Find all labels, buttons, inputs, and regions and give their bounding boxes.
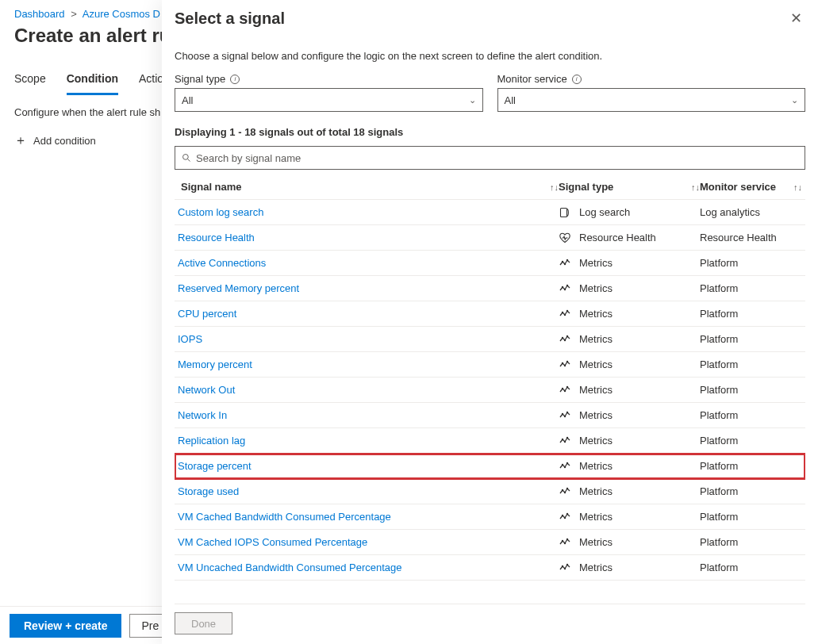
review-create-button[interactable]: Review + create: [10, 614, 121, 638]
signal-type-cell: Metrics: [559, 511, 700, 523]
signal-type-cell: Metrics: [559, 435, 700, 447]
search-box[interactable]: [175, 146, 805, 170]
monitor-service-label-text: Monitor service: [497, 73, 567, 85]
monitor-service-cell: Log analytics: [700, 206, 802, 218]
signal-name-link[interactable]: Active Connections: [178, 257, 266, 269]
table-row[interactable]: CPU percentMetricsPlatform: [175, 301, 805, 327]
close-icon[interactable]: ✕: [787, 10, 805, 27]
signal-name-link[interactable]: CPU percent: [178, 308, 236, 320]
tab-scope[interactable]: Scope: [14, 67, 46, 95]
signal-type-text: Metrics: [579, 485, 613, 497]
monitor-service-select[interactable]: All ⌄: [497, 88, 806, 112]
monitor-service-cell: Platform: [700, 460, 802, 472]
select-signal-panel: Select a signal ✕ Choose a signal below …: [162, 0, 818, 644]
signal-name-link[interactable]: IOPS: [178, 333, 202, 345]
col-monitor-service-label: Monitor service: [700, 181, 776, 193]
tab-actions[interactable]: Actio: [139, 67, 163, 95]
signal-name-link[interactable]: Memory percent: [178, 358, 252, 370]
info-icon[interactable]: i: [230, 75, 240, 84]
signal-type-cell: Metrics: [559, 562, 700, 574]
signal-name-link[interactable]: Network In: [178, 409, 227, 421]
table-row[interactable]: VM Uncached Bandwidth Consumed Percentag…: [175, 555, 805, 581]
search-input[interactable]: [196, 152, 798, 164]
metric-icon: [559, 409, 571, 422]
signal-type-text: Metrics: [579, 282, 613, 294]
signal-name-link[interactable]: Replication lag: [178, 435, 245, 447]
signal-type-cell: Metrics: [559, 460, 700, 473]
sort-icon: ↑↓: [793, 182, 802, 192]
metric-icon: [559, 384, 571, 397]
signal-name-link[interactable]: VM Cached IOPS Consumed Percentage: [178, 536, 367, 548]
monitor-service-cell: Platform: [700, 409, 802, 421]
col-monitor-service[interactable]: Monitor service ↑↓: [700, 181, 802, 193]
add-condition-button[interactable]: ＋ Add condition: [14, 131, 96, 150]
signal-type-text: Metrics: [579, 257, 613, 269]
signal-name-link[interactable]: Custom log search: [178, 206, 263, 218]
table-row[interactable]: Storage usedMetricsPlatform: [175, 479, 805, 504]
panel-header: Select a signal ✕: [175, 10, 805, 28]
signal-type-cell: Metrics: [559, 333, 700, 346]
signal-name-link[interactable]: VM Uncached Bandwidth Consumed Percentag…: [178, 562, 402, 573]
svg-point-0: [183, 155, 189, 160]
signal-type-cell: Resource Health: [559, 232, 700, 244]
col-signal-name[interactable]: Signal name ↑↓: [178, 181, 559, 193]
signal-type-text: Metrics: [579, 409, 613, 421]
metric-icon: [559, 511, 571, 523]
signal-type-text: Resource Health: [579, 232, 656, 243]
signal-type-cell: Metrics: [559, 257, 700, 270]
signals-table-wrap: Signal name ↑↓ Signal type ↑↓ Monitor se…: [175, 174, 805, 604]
monitor-service-cell: Platform: [700, 358, 802, 370]
col-signal-type-label: Signal type: [559, 181, 613, 193]
table-row[interactable]: Resource HealthResource HealthResource H…: [175, 225, 805, 251]
metric-icon: [559, 435, 571, 447]
done-button[interactable]: Done: [175, 612, 232, 634]
monitor-service-cell: Resource Health: [700, 232, 802, 243]
metric-icon: [559, 536, 571, 549]
col-signal-name-label: Signal name: [181, 181, 242, 193]
tab-condition[interactable]: Condition: [67, 67, 118, 95]
table-row[interactable]: Memory percentMetricsPlatform: [175, 352, 805, 378]
signal-name-link[interactable]: Resource Health: [178, 232, 255, 243]
metric-icon: [559, 282, 571, 295]
table-row[interactable]: Replication lagMetricsPlatform: [175, 428, 805, 454]
monitor-service-cell: Platform: [700, 435, 802, 447]
panel-footer: Done: [175, 604, 805, 644]
signal-name-link[interactable]: Storage used: [178, 485, 239, 497]
table-row[interactable]: Storage percentMetricsPlatform: [175, 454, 805, 479]
table-row[interactable]: Network InMetricsPlatform: [175, 403, 805, 428]
monitor-service-cell: Platform: [700, 485, 802, 497]
monitor-service-cell: Platform: [700, 384, 802, 396]
svg-line-1: [188, 159, 190, 162]
table-row[interactable]: Network OutMetricsPlatform: [175, 378, 805, 403]
signal-name-link[interactable]: Reserved Memory percent: [178, 282, 299, 294]
signal-name-link[interactable]: Network Out: [178, 384, 235, 396]
signal-type-text: Metrics: [579, 536, 613, 548]
heart-icon: [559, 232, 571, 244]
signal-name-link[interactable]: VM Cached Bandwidth Consumed Percentage: [178, 511, 391, 523]
chevron-down-icon: ⌄: [469, 95, 476, 105]
table-row[interactable]: Custom log searchLog searchLog analytics: [175, 200, 805, 225]
signal-type-field: Signal type i All ⌄: [175, 73, 483, 112]
monitor-service-cell: Platform: [700, 562, 802, 573]
table-row[interactable]: Reserved Memory percentMetricsPlatform: [175, 276, 805, 301]
breadcrumb-cosmos[interactable]: Azure Cosmos D: [83, 8, 160, 20]
metric-icon: [559, 485, 571, 498]
breadcrumb-separator: >: [67, 8, 80, 20]
monitor-service-cell: Platform: [700, 333, 802, 345]
table-row[interactable]: VM Cached Bandwidth Consumed PercentageM…: [175, 504, 805, 530]
metric-icon: [559, 358, 571, 371]
signal-name-link[interactable]: Storage percent: [178, 460, 252, 472]
table-row[interactable]: VM Cached IOPS Consumed PercentageMetric…: [175, 530, 805, 555]
signal-type-text: Metrics: [579, 308, 613, 320]
col-signal-type[interactable]: Signal type ↑↓: [559, 181, 700, 193]
info-icon[interactable]: i: [572, 75, 582, 84]
result-count-text: Displaying 1 - 18 signals out of total 1…: [175, 126, 805, 138]
signal-type-text: Metrics: [579, 384, 613, 396]
breadcrumb-dashboard[interactable]: Dashboard: [14, 8, 65, 20]
signal-type-select[interactable]: All ⌄: [175, 88, 483, 112]
table-row[interactable]: Active ConnectionsMetricsPlatform: [175, 251, 805, 276]
signal-type-cell: Metrics: [559, 282, 700, 295]
table-row[interactable]: IOPSMetricsPlatform: [175, 327, 805, 352]
metric-icon: [559, 257, 571, 270]
table-header-row: Signal name ↑↓ Signal type ↑↓ Monitor se…: [175, 174, 805, 200]
